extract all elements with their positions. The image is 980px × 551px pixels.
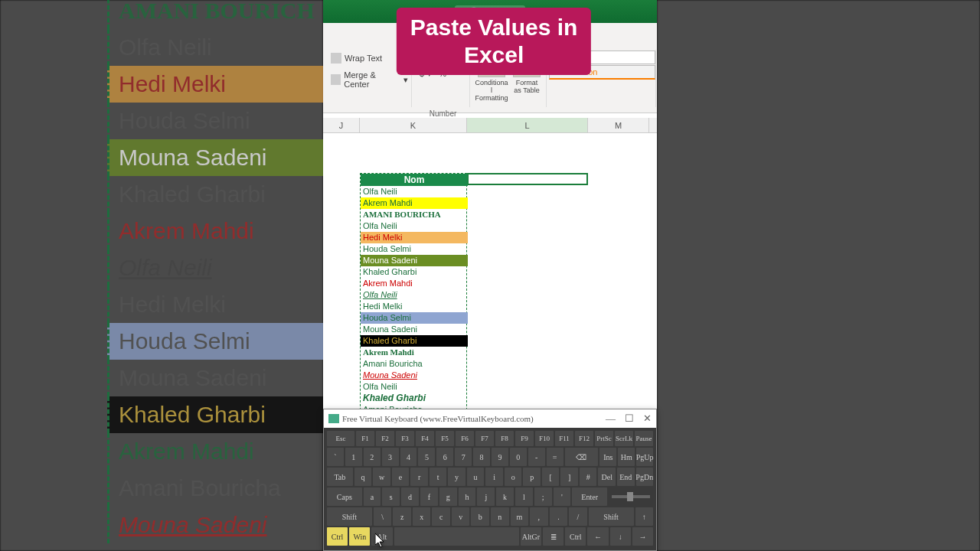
key-v[interactable]: v [452, 507, 470, 526]
key-a[interactable]: a [364, 487, 381, 506]
key-f8[interactable]: F8 [495, 431, 514, 446]
table-row[interactable]: Hedi Melki [361, 232, 468, 243]
key-f5[interactable]: F5 [436, 431, 454, 446]
key-[interactable]: / [569, 507, 587, 526]
key-[interactable]: ↓ [610, 527, 631, 546]
table-row[interactable]: Akrem Mahdi [361, 347, 468, 358]
key-f7[interactable]: F7 [475, 431, 494, 446]
key-[interactable]: ] [560, 468, 578, 486]
key-[interactable]: = [547, 448, 564, 466]
key-[interactable]: ← [587, 527, 608, 546]
key-3[interactable]: 3 [382, 448, 399, 466]
key-ctrl[interactable]: Ctrl [327, 527, 348, 546]
key-end[interactable]: End [617, 468, 635, 486]
key-shift[interactable]: Shift [589, 507, 634, 526]
table-row[interactable]: Olfa Neili [361, 186, 468, 197]
table-row[interactable]: Khaled Gharbi [361, 393, 468, 404]
table-row[interactable]: Akrem Mahdi [361, 197, 468, 209]
key-6[interactable]: 6 [436, 448, 453, 466]
key-[interactable]: [ [542, 468, 560, 486]
key-b[interactable]: b [471, 507, 489, 526]
key-o[interactable]: o [505, 468, 522, 486]
table-header[interactable]: Nom [361, 174, 468, 186]
key-0[interactable]: 0 [510, 448, 527, 466]
table-row[interactable]: Olfa Neili [361, 381, 468, 393]
key-p[interactable]: p [523, 468, 541, 486]
key-f6[interactable]: F6 [456, 431, 474, 446]
key-f11[interactable]: F11 [555, 431, 573, 446]
key-[interactable]: # [580, 468, 597, 486]
table-row[interactable]: Olfa Neili [361, 220, 468, 232]
key-h[interactable]: h [459, 487, 476, 506]
key-q[interactable]: q [354, 468, 372, 486]
table-row[interactable]: Houda Selmi [361, 243, 468, 255]
minimize-button[interactable]: — [606, 412, 616, 425]
keyboard-opacity-slider[interactable] [612, 495, 650, 498]
active-cell[interactable] [467, 173, 588, 185]
key-d[interactable]: d [401, 487, 419, 506]
maximize-button[interactable]: ☐ [625, 412, 634, 425]
table-row[interactable]: Mouna Sadeni [361, 255, 468, 266]
key-y[interactable]: y [448, 468, 466, 486]
key-n[interactable]: n [491, 507, 509, 526]
key-t[interactable]: t [430, 468, 447, 486]
keyboard-titlebar[interactable]: Free Virtual Keyboard (www.FreeVirtualKe… [324, 409, 656, 428]
col-l[interactable]: L [467, 118, 588, 132]
key-4[interactable]: 4 [400, 448, 417, 466]
key-s[interactable]: s [382, 487, 400, 506]
key-[interactable]: ↑ [635, 507, 654, 526]
key-f10[interactable]: F10 [535, 431, 554, 446]
key-[interactable]: - [528, 448, 545, 466]
table-row[interactable]: Olfa Neili [361, 289, 468, 301]
key-pause[interactable]: Pause [635, 431, 653, 446]
key-w[interactable]: w [373, 468, 390, 486]
key-altgr[interactable]: AltGr [521, 527, 541, 546]
key-m[interactable]: m [511, 507, 529, 526]
key-enter[interactable]: Enter [572, 487, 607, 506]
table-row[interactable]: Khaled Gharbi [361, 266, 468, 278]
key-8[interactable]: 8 [473, 448, 490, 466]
key-scrlk[interactable]: ScrLk [615, 431, 633, 446]
key-r[interactable]: r [410, 468, 428, 486]
key-del[interactable]: Del [598, 468, 616, 486]
key-5[interactable]: 5 [418, 448, 435, 466]
key-j[interactable]: j [477, 487, 495, 506]
key-tab[interactable]: Tab [327, 468, 353, 486]
close-button[interactable]: ✕ [643, 412, 652, 425]
key-[interactable]: ; [534, 487, 552, 506]
key-f4[interactable]: F4 [416, 431, 434, 446]
key-7[interactable]: 7 [455, 448, 472, 466]
key-space[interactable] [394, 527, 519, 546]
table-row[interactable]: Akrem Mahdi [361, 278, 468, 289]
key-2[interactable]: 2 [364, 448, 381, 466]
key-1[interactable]: 1 [345, 448, 362, 466]
table-row[interactable]: Mouna Sadeni [361, 370, 468, 381]
key-[interactable]: \ [374, 507, 392, 526]
key-[interactable]: → [632, 527, 653, 546]
key-f1[interactable]: F1 [356, 431, 374, 446]
key-esc[interactable]: Esc [327, 431, 354, 446]
key-u[interactable]: u [467, 468, 485, 486]
col-m[interactable]: M [588, 118, 649, 132]
table-row[interactable]: Hedi Melki [361, 301, 468, 312]
key-hm[interactable]: Hm [618, 448, 635, 466]
key-[interactable]: , [530, 507, 548, 526]
key-x[interactable]: x [413, 507, 431, 526]
table-row[interactable]: AMANI BOURICHA [361, 209, 468, 220]
col-j[interactable]: J [323, 118, 360, 132]
key-i[interactable]: i [485, 468, 503, 486]
key-[interactable]: ⌫ [565, 448, 599, 466]
key-f2[interactable]: F2 [376, 431, 394, 446]
key-g[interactable]: g [439, 487, 457, 506]
key-pgdn[interactable]: PgDn [636, 468, 654, 486]
key-e[interactable]: e [392, 468, 410, 486]
key-win[interactable]: Win [349, 527, 370, 546]
key-c[interactable]: c [432, 507, 450, 526]
key-[interactable]: ≣ [543, 527, 564, 546]
key-f3[interactable]: F3 [396, 431, 414, 446]
key-z[interactable]: z [393, 507, 411, 526]
key-[interactable]: ` [327, 448, 344, 466]
key-f12[interactable]: F12 [575, 431, 593, 446]
key-ins[interactable]: Ins [599, 448, 616, 466]
key-k[interactable]: k [496, 487, 514, 506]
